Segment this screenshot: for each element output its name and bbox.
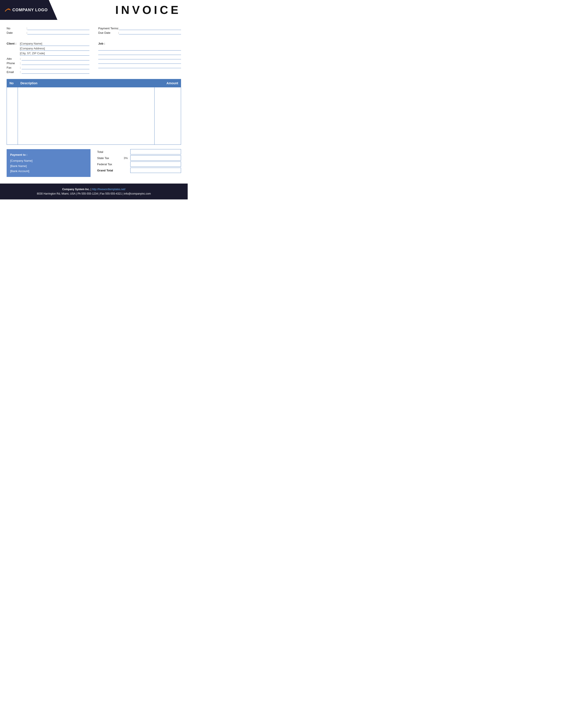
job-value-2[interactable] xyxy=(98,51,181,55)
totals-block: Total State Tax 3% Federal Tax Grand Tot… xyxy=(97,149,181,174)
client-job-section: Client : [Company Name] [Company Address… xyxy=(0,40,188,79)
logo-text: COMPANY LOGO xyxy=(4,8,48,12)
state-tax-pct: 3% xyxy=(124,156,130,160)
invoice-title: INVOICE xyxy=(115,3,181,17)
job-row-3 xyxy=(98,56,181,59)
client-block: Client : [Company Name] [Company Address… xyxy=(7,42,89,75)
col-header-no: No xyxy=(7,79,18,87)
payment-bank-name: [Bank Name] xyxy=(10,163,87,169)
federal-tax-row: Federal Tax xyxy=(97,161,181,167)
state-tax-row: State Tax 3% xyxy=(97,155,181,161)
footer-section: Payment to : [Company Name] [Bank Name] … xyxy=(0,149,188,177)
job-row-5 xyxy=(98,65,181,68)
client-company-name[interactable]: [Company Name] xyxy=(20,42,89,46)
payment-bank-account: [Bank Account] xyxy=(10,169,87,174)
job-value-1[interactable] xyxy=(98,47,181,51)
no-value[interactable] xyxy=(27,26,89,30)
footer-website: http://freewordtemplates.net/ xyxy=(92,188,125,191)
phone-row: Phone : xyxy=(7,61,89,65)
footer-line-1: Company System Inc. | http://freewordtem… xyxy=(4,187,183,191)
client-company-address[interactable]: [Company Address] xyxy=(20,47,89,51)
invoice-title-block: INVOICE xyxy=(57,0,188,20)
date-value[interactable] xyxy=(27,31,89,34)
date-label: Date xyxy=(7,31,26,34)
attn-row: Attn : xyxy=(7,57,89,60)
date-field: Date : xyxy=(7,31,89,34)
info-row-1: No : Payment Terms : xyxy=(7,26,181,30)
page-footer: Company System Inc. | http://freewordtem… xyxy=(0,184,188,200)
phone-label: Phone xyxy=(7,62,20,65)
info-row-2: Date : Due Date : xyxy=(7,31,181,34)
email-colon: : xyxy=(20,70,21,74)
due-date-label: Due Date xyxy=(98,31,118,34)
attn-colon: : xyxy=(20,57,21,60)
total-row: Total xyxy=(97,149,181,154)
state-tax-value[interactable] xyxy=(130,155,181,161)
invoice-table-section: No Description Amount xyxy=(0,79,188,145)
attn-value[interactable] xyxy=(22,57,89,60)
table-cell-desc[interactable] xyxy=(18,87,154,145)
client-city-zip[interactable]: [City, ST, ZIP Code] xyxy=(20,52,89,56)
phone-value[interactable] xyxy=(22,61,89,65)
col-header-amount: Amount xyxy=(154,79,181,87)
fax-colon: : xyxy=(20,66,21,69)
phone-colon: : xyxy=(20,62,21,65)
job-row-4 xyxy=(98,60,181,64)
fax-value[interactable] xyxy=(22,66,89,69)
job-value-5[interactable] xyxy=(98,65,181,68)
fax-label: Fax xyxy=(7,66,20,69)
payment-company-name: [Company Name] xyxy=(10,158,87,163)
table-cell-no[interactable] xyxy=(7,87,18,145)
table-body xyxy=(7,87,181,145)
payment-title: Payment to : xyxy=(10,152,87,157)
attn-label: Attn xyxy=(7,57,20,60)
payment-terms-field: Payment Terms : xyxy=(98,26,181,30)
footer-line-2: 8030 Harrington Rd, Miami, USA | Ph 555-… xyxy=(4,191,183,196)
col-header-description: Description xyxy=(18,79,154,87)
email-row: Email : xyxy=(7,70,89,74)
table-row-main xyxy=(7,87,181,145)
page-header: COMPANY LOGO INVOICE xyxy=(0,0,188,20)
job-value-3[interactable] xyxy=(98,56,181,59)
due-date-value[interactable] xyxy=(119,31,181,34)
state-tax-label: State Tax xyxy=(97,156,124,160)
job-row-1 xyxy=(98,47,181,51)
client-label: Client : xyxy=(7,42,20,45)
footer-company: Company System Inc. xyxy=(62,188,90,191)
table-cell-amount[interactable] xyxy=(154,87,181,145)
total-label: Total xyxy=(97,150,124,154)
logo-block: COMPANY LOGO xyxy=(0,0,57,20)
total-value[interactable] xyxy=(130,149,181,154)
payment-block: Payment to : [Company Name] [Bank Name] … xyxy=(7,149,90,177)
payment-terms-value[interactable] xyxy=(119,26,181,30)
job-row-2 xyxy=(98,51,181,55)
job-block: Job : xyxy=(98,42,181,75)
job-value-4[interactable] xyxy=(98,60,181,64)
job-label: Job : xyxy=(98,42,181,45)
no-label: No xyxy=(7,27,26,30)
table-header: No Description Amount xyxy=(7,79,181,87)
federal-tax-value[interactable] xyxy=(130,161,181,167)
invoice-table: No Description Amount xyxy=(7,79,181,145)
grand-total-label: Grand Total xyxy=(97,169,124,172)
grand-total-row: Grand Total xyxy=(97,168,181,173)
due-date-field: Due Date : xyxy=(98,31,181,34)
no-field: No : xyxy=(7,26,89,30)
logo-arc-icon xyxy=(4,8,11,12)
grand-total-value[interactable] xyxy=(130,168,181,173)
email-label: Email xyxy=(7,70,20,74)
email-value[interactable] xyxy=(22,70,89,74)
federal-tax-label: Federal Tax xyxy=(97,163,124,166)
payment-terms-label: Payment Terms xyxy=(98,27,118,30)
fax-row: Fax : xyxy=(7,66,89,69)
info-section: No : Payment Terms : Date : Due Date : xyxy=(0,24,188,40)
